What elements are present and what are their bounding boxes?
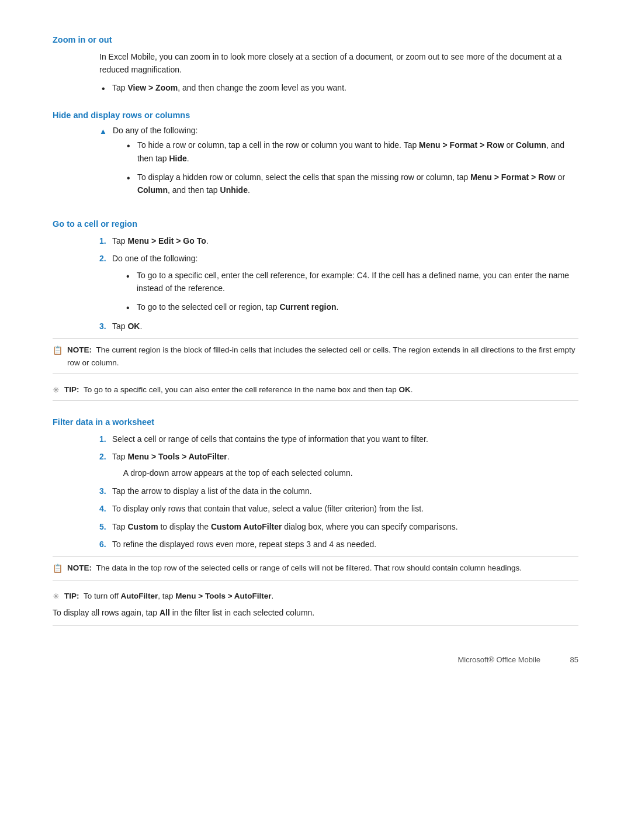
hide-display-content: Do any of the following: To hide a row o… xyxy=(113,126,578,203)
hide-display-triangle: ▲ Do any of the following: To hide a row… xyxy=(99,126,578,203)
filter-step-1-num: 1. xyxy=(99,433,106,445)
tip-icon-goto: ✳ xyxy=(53,383,60,396)
zoom-heading: Zoom in or out xyxy=(53,35,578,44)
triangle-icon: ▲ xyxy=(99,127,107,136)
hide-display-heading: Hide and display rows or columns xyxy=(53,110,578,120)
goto-step2-bullet-2: To go to the selected cell or region, ta… xyxy=(124,300,578,313)
goto-step-3: 3. Tap OK. xyxy=(99,320,578,333)
zoom-bullets: Tap View > Zoom, and then change the zoo… xyxy=(99,81,578,94)
goto-step-1-num: 1. xyxy=(99,234,106,247)
goto-tip-label: TIP: xyxy=(64,385,84,394)
goto-tip-text: TIP: To go to a specific cell, you can a… xyxy=(64,383,413,396)
filter-tip2: To display all rows again, tap All in th… xyxy=(53,606,578,625)
goto-step-2-num: 2. xyxy=(99,252,106,265)
goto-note-text: NOTE: The current region is the block of… xyxy=(67,344,578,369)
filter-step-6-num: 6. xyxy=(99,538,106,551)
hide-display-sub-2: To display a hidden row or column, selec… xyxy=(124,171,578,197)
goto-steps: 1. Tap Menu > Edit > Go To. 2. Do one of… xyxy=(99,234,578,333)
zoom-bullet-1: Tap View > Zoom, and then change the zoo… xyxy=(99,81,578,94)
note-icon-filter: 📋 xyxy=(53,562,63,575)
page-footer: Microsoft® Office Mobile 85 xyxy=(53,649,578,664)
hide-display-sub-bullets: To hide a row or column, tap a cell in t… xyxy=(124,139,578,197)
zoom-section: Zoom in or out In Excel Mobile, you can … xyxy=(53,35,578,94)
footer-spacer xyxy=(551,655,559,664)
filter-tip-text: TIP: To turn off AutoFilter, tap Menu > … xyxy=(64,590,273,603)
filter-steps: 1. Select a cell or range of cells that … xyxy=(99,433,578,551)
footer-page: 85 xyxy=(570,655,578,664)
filter-step-6: 6. To refine the displayed rows even mor… xyxy=(99,538,578,551)
hide-display-sub-1: To hide a row or column, tap a cell in t… xyxy=(124,139,578,165)
goto-heading: Go to a cell or region xyxy=(53,219,578,229)
goto-step-3-num: 3. xyxy=(99,320,106,333)
filter-step-3: 3. Tap the arrow to display a list of th… xyxy=(99,485,578,497)
note-icon: 📋 xyxy=(53,344,63,357)
hide-display-intro: Do any of the following: xyxy=(113,126,198,135)
filter-tip-label: TIP: xyxy=(64,592,84,600)
zoom-body: In Excel Mobile, you can zoom in to look… xyxy=(99,50,578,77)
filter-note-label: NOTE: xyxy=(67,564,96,572)
filter-step-1: 1. Select a cell or range of cells that … xyxy=(99,433,578,445)
goto-note-label: NOTE: xyxy=(67,345,96,354)
filter-tip-block: ✳ TIP: To turn off AutoFilter, tap Menu … xyxy=(53,586,578,603)
filter-step-3-num: 3. xyxy=(99,485,106,497)
filter-step-4: 4. To display only rows that contain tha… xyxy=(99,502,578,515)
tip-icon-filter: ✳ xyxy=(53,590,60,603)
goto-section: Go to a cell or region 1. Tap Menu > Edi… xyxy=(53,219,578,401)
goto-step2-bullets: To go to a specific cell, enter the cell… xyxy=(124,269,578,314)
goto-step-2: 2. Do one of the following: To go to a s… xyxy=(99,252,578,314)
filter-heading: Filter data in a worksheet xyxy=(53,417,578,427)
goto-step-1: 1. Tap Menu > Edit > Go To. xyxy=(99,234,578,247)
hide-display-section: Hide and display rows or columns ▲ Do an… xyxy=(53,110,578,203)
filter-step-2-num: 2. xyxy=(99,450,106,463)
goto-step2-bullet-1: To go to a specific cell, enter the cell… xyxy=(124,269,578,295)
goto-note-block: 📋 NOTE: The current region is the block … xyxy=(53,338,578,374)
goto-tip-block: ✳ TIP: To go to a specific cell, you can… xyxy=(53,380,578,400)
filter-step-4-num: 4. xyxy=(99,502,106,515)
filter-step2-sub: A drop-down arrow appears at the top of … xyxy=(112,466,578,479)
filter-step-2: 2. Tap Menu > Tools > AutoFilter. A drop… xyxy=(99,450,578,480)
filter-section: Filter data in a worksheet 1. Select a c… xyxy=(53,417,578,626)
filter-step-5: 5. Tap Custom to display the Custom Auto… xyxy=(99,520,578,533)
footer-brand: Microsoft® Office Mobile xyxy=(458,655,541,664)
filter-note-text: NOTE: The data in the top row of the sel… xyxy=(67,562,522,575)
filter-note-block: 📋 NOTE: The data in the top row of the s… xyxy=(53,556,578,580)
filter-step-5-num: 5. xyxy=(99,520,106,533)
